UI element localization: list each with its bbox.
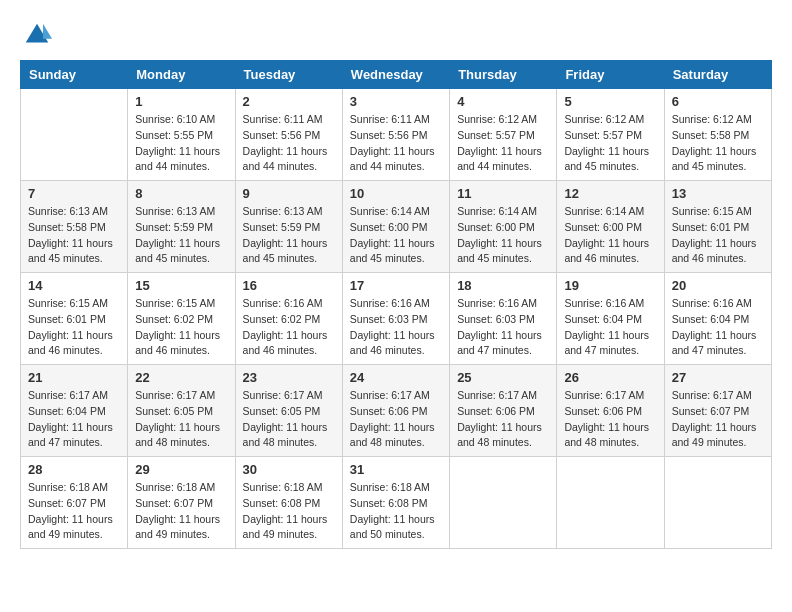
day-number: 6 <box>672 94 764 109</box>
day-info: Sunrise: 6:17 AM Sunset: 6:05 PM Dayligh… <box>243 388 335 451</box>
day-info: Sunrise: 6:18 AM Sunset: 6:08 PM Dayligh… <box>243 480 335 543</box>
calendar-day-cell: 30Sunrise: 6:18 AM Sunset: 6:08 PM Dayli… <box>235 457 342 549</box>
calendar-header-row: SundayMondayTuesdayWednesdayThursdayFrid… <box>21 61 772 89</box>
weekday-header: Sunday <box>21 61 128 89</box>
day-number: 29 <box>135 462 227 477</box>
day-info: Sunrise: 6:15 AM Sunset: 6:01 PM Dayligh… <box>28 296 120 359</box>
day-info: Sunrise: 6:15 AM Sunset: 6:02 PM Dayligh… <box>135 296 227 359</box>
calendar-day-cell: 5Sunrise: 6:12 AM Sunset: 5:57 PM Daylig… <box>557 89 664 181</box>
calendar-day-cell: 28Sunrise: 6:18 AM Sunset: 6:07 PM Dayli… <box>21 457 128 549</box>
calendar-day-cell: 3Sunrise: 6:11 AM Sunset: 5:56 PM Daylig… <box>342 89 449 181</box>
calendar-week-row: 1Sunrise: 6:10 AM Sunset: 5:55 PM Daylig… <box>21 89 772 181</box>
calendar-table: SundayMondayTuesdayWednesdayThursdayFrid… <box>20 60 772 549</box>
day-number: 1 <box>135 94 227 109</box>
day-info: Sunrise: 6:17 AM Sunset: 6:07 PM Dayligh… <box>672 388 764 451</box>
day-info: Sunrise: 6:13 AM Sunset: 5:58 PM Dayligh… <box>28 204 120 267</box>
calendar-day-cell: 6Sunrise: 6:12 AM Sunset: 5:58 PM Daylig… <box>664 89 771 181</box>
day-number: 3 <box>350 94 442 109</box>
calendar-day-cell: 24Sunrise: 6:17 AM Sunset: 6:06 PM Dayli… <box>342 365 449 457</box>
calendar-day-cell: 4Sunrise: 6:12 AM Sunset: 5:57 PM Daylig… <box>450 89 557 181</box>
day-number: 18 <box>457 278 549 293</box>
day-info: Sunrise: 6:14 AM Sunset: 6:00 PM Dayligh… <box>350 204 442 267</box>
day-info: Sunrise: 6:13 AM Sunset: 5:59 PM Dayligh… <box>135 204 227 267</box>
svg-marker-1 <box>43 24 52 39</box>
day-number: 17 <box>350 278 442 293</box>
calendar-day-cell: 29Sunrise: 6:18 AM Sunset: 6:07 PM Dayli… <box>128 457 235 549</box>
calendar-week-row: 28Sunrise: 6:18 AM Sunset: 6:07 PM Dayli… <box>21 457 772 549</box>
calendar-day-cell: 2Sunrise: 6:11 AM Sunset: 5:56 PM Daylig… <box>235 89 342 181</box>
day-info: Sunrise: 6:18 AM Sunset: 6:08 PM Dayligh… <box>350 480 442 543</box>
calendar-day-cell: 21Sunrise: 6:17 AM Sunset: 6:04 PM Dayli… <box>21 365 128 457</box>
calendar-day-cell: 20Sunrise: 6:16 AM Sunset: 6:04 PM Dayli… <box>664 273 771 365</box>
calendar-day-cell <box>557 457 664 549</box>
weekday-header: Tuesday <box>235 61 342 89</box>
day-info: Sunrise: 6:17 AM Sunset: 6:06 PM Dayligh… <box>564 388 656 451</box>
day-info: Sunrise: 6:16 AM Sunset: 6:02 PM Dayligh… <box>243 296 335 359</box>
day-info: Sunrise: 6:17 AM Sunset: 6:06 PM Dayligh… <box>457 388 549 451</box>
day-info: Sunrise: 6:16 AM Sunset: 6:04 PM Dayligh… <box>672 296 764 359</box>
day-info: Sunrise: 6:12 AM Sunset: 5:57 PM Dayligh… <box>564 112 656 175</box>
calendar-week-row: 21Sunrise: 6:17 AM Sunset: 6:04 PM Dayli… <box>21 365 772 457</box>
day-info: Sunrise: 6:18 AM Sunset: 6:07 PM Dayligh… <box>28 480 120 543</box>
calendar-day-cell <box>21 89 128 181</box>
day-number: 30 <box>243 462 335 477</box>
calendar-day-cell: 15Sunrise: 6:15 AM Sunset: 6:02 PM Dayli… <box>128 273 235 365</box>
day-number: 11 <box>457 186 549 201</box>
calendar-day-cell: 16Sunrise: 6:16 AM Sunset: 6:02 PM Dayli… <box>235 273 342 365</box>
day-info: Sunrise: 6:17 AM Sunset: 6:04 PM Dayligh… <box>28 388 120 451</box>
calendar-day-cell: 19Sunrise: 6:16 AM Sunset: 6:04 PM Dayli… <box>557 273 664 365</box>
day-number: 23 <box>243 370 335 385</box>
day-number: 13 <box>672 186 764 201</box>
calendar-day-cell: 26Sunrise: 6:17 AM Sunset: 6:06 PM Dayli… <box>557 365 664 457</box>
day-number: 2 <box>243 94 335 109</box>
day-number: 8 <box>135 186 227 201</box>
calendar-day-cell: 1Sunrise: 6:10 AM Sunset: 5:55 PM Daylig… <box>128 89 235 181</box>
day-info: Sunrise: 6:16 AM Sunset: 6:03 PM Dayligh… <box>350 296 442 359</box>
weekday-header: Friday <box>557 61 664 89</box>
day-number: 24 <box>350 370 442 385</box>
day-info: Sunrise: 6:11 AM Sunset: 5:56 PM Dayligh… <box>350 112 442 175</box>
day-info: Sunrise: 6:17 AM Sunset: 6:06 PM Dayligh… <box>350 388 442 451</box>
weekday-header: Wednesday <box>342 61 449 89</box>
day-number: 12 <box>564 186 656 201</box>
calendar-day-cell <box>450 457 557 549</box>
day-number: 15 <box>135 278 227 293</box>
calendar-day-cell: 11Sunrise: 6:14 AM Sunset: 6:00 PM Dayli… <box>450 181 557 273</box>
day-info: Sunrise: 6:14 AM Sunset: 6:00 PM Dayligh… <box>564 204 656 267</box>
calendar-day-cell: 17Sunrise: 6:16 AM Sunset: 6:03 PM Dayli… <box>342 273 449 365</box>
day-info: Sunrise: 6:12 AM Sunset: 5:57 PM Dayligh… <box>457 112 549 175</box>
calendar-day-cell: 7Sunrise: 6:13 AM Sunset: 5:58 PM Daylig… <box>21 181 128 273</box>
calendar-day-cell: 23Sunrise: 6:17 AM Sunset: 6:05 PM Dayli… <box>235 365 342 457</box>
calendar-day-cell: 8Sunrise: 6:13 AM Sunset: 5:59 PM Daylig… <box>128 181 235 273</box>
day-number: 20 <box>672 278 764 293</box>
calendar-day-cell: 27Sunrise: 6:17 AM Sunset: 6:07 PM Dayli… <box>664 365 771 457</box>
calendar-day-cell: 18Sunrise: 6:16 AM Sunset: 6:03 PM Dayli… <box>450 273 557 365</box>
logo <box>20 20 52 50</box>
day-info: Sunrise: 6:16 AM Sunset: 6:04 PM Dayligh… <box>564 296 656 359</box>
day-number: 25 <box>457 370 549 385</box>
day-info: Sunrise: 6:13 AM Sunset: 5:59 PM Dayligh… <box>243 204 335 267</box>
day-info: Sunrise: 6:12 AM Sunset: 5:58 PM Dayligh… <box>672 112 764 175</box>
day-number: 22 <box>135 370 227 385</box>
weekday-header: Monday <box>128 61 235 89</box>
weekday-header: Thursday <box>450 61 557 89</box>
calendar-day-cell: 12Sunrise: 6:14 AM Sunset: 6:00 PM Dayli… <box>557 181 664 273</box>
page-header <box>20 20 772 50</box>
day-number: 31 <box>350 462 442 477</box>
calendar-day-cell: 9Sunrise: 6:13 AM Sunset: 5:59 PM Daylig… <box>235 181 342 273</box>
day-number: 26 <box>564 370 656 385</box>
calendar-day-cell: 13Sunrise: 6:15 AM Sunset: 6:01 PM Dayli… <box>664 181 771 273</box>
day-info: Sunrise: 6:18 AM Sunset: 6:07 PM Dayligh… <box>135 480 227 543</box>
day-number: 14 <box>28 278 120 293</box>
calendar-week-row: 7Sunrise: 6:13 AM Sunset: 5:58 PM Daylig… <box>21 181 772 273</box>
calendar-day-cell: 14Sunrise: 6:15 AM Sunset: 6:01 PM Dayli… <box>21 273 128 365</box>
calendar-day-cell: 31Sunrise: 6:18 AM Sunset: 6:08 PM Dayli… <box>342 457 449 549</box>
day-info: Sunrise: 6:17 AM Sunset: 6:05 PM Dayligh… <box>135 388 227 451</box>
day-info: Sunrise: 6:11 AM Sunset: 5:56 PM Dayligh… <box>243 112 335 175</box>
logo-icon <box>22 20 52 50</box>
weekday-header: Saturday <box>664 61 771 89</box>
day-info: Sunrise: 6:16 AM Sunset: 6:03 PM Dayligh… <box>457 296 549 359</box>
day-number: 4 <box>457 94 549 109</box>
day-number: 21 <box>28 370 120 385</box>
calendar-day-cell: 10Sunrise: 6:14 AM Sunset: 6:00 PM Dayli… <box>342 181 449 273</box>
